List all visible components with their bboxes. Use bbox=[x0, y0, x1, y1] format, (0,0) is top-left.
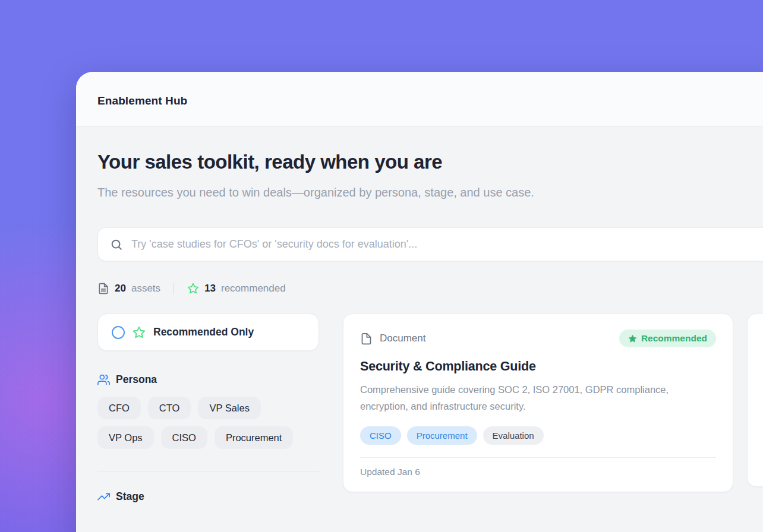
persona-chip-vp-ops[interactable]: VP Ops bbox=[97, 426, 154, 449]
enablement-hub-panel: Enablement Hub Your sales toolkit, ready… bbox=[76, 72, 763, 532]
card-footer: Updated Jan 6 bbox=[360, 457, 716, 492]
panel-header: Enablement Hub bbox=[76, 72, 763, 126]
trending-up-icon bbox=[97, 490, 110, 503]
search-icon bbox=[110, 238, 123, 251]
tag-procurement: Procurement bbox=[407, 426, 477, 445]
recommended-only-toggle[interactable]: Recommended Only bbox=[97, 314, 319, 351]
card-description: Comprehensive guide covering SOC 2, ISO … bbox=[360, 381, 716, 414]
stage-section-label: Stage bbox=[116, 490, 144, 503]
recommended-stat: 13 recommended bbox=[187, 283, 286, 294]
recommended-only-label: Recommended Only bbox=[153, 326, 254, 338]
star-icon bbox=[133, 326, 146, 339]
persona-chip-procurement[interactable]: Procurement bbox=[215, 426, 293, 449]
panel-body: Your sales toolkit, ready when you are T… bbox=[76, 126, 763, 503]
recommended-count: 13 bbox=[204, 283, 216, 294]
card-type: Document bbox=[360, 332, 425, 345]
persona-chip-cto[interactable]: CTO bbox=[148, 397, 191, 419]
persona-section-header: Persona bbox=[97, 373, 319, 386]
persona-chip-vp-sales[interactable]: VP Sales bbox=[198, 397, 261, 419]
recommended-label: recommended bbox=[221, 283, 286, 294]
asset-card-partial[interactable] bbox=[747, 314, 763, 487]
assets-count: 20 bbox=[115, 283, 126, 294]
card-type-label: Document bbox=[380, 332, 425, 344]
asset-card-security-compliance-guide[interactable]: Document Recommended Security & Complian… bbox=[343, 314, 733, 492]
app-title: Enablement Hub bbox=[97, 94, 763, 107]
tag-ciso: CISO bbox=[360, 426, 401, 445]
users-icon bbox=[97, 373, 110, 386]
persona-chips: CFO CTO VP Sales VP Ops CISO Procurement bbox=[97, 397, 319, 449]
page-title: Your sales toolkit, ready when you are bbox=[97, 150, 763, 174]
asset-cards-column: Document Recommended Security & Complian… bbox=[343, 314, 763, 492]
star-icon bbox=[187, 283, 199, 294]
search-bar[interactable] bbox=[97, 227, 763, 261]
card-updated: Updated Jan 6 bbox=[360, 467, 420, 477]
card-tags: CISO Procurement Evaluation bbox=[360, 426, 716, 445]
recommended-badge-label: Recommended bbox=[641, 333, 707, 344]
assets-label: assets bbox=[131, 283, 160, 294]
file-icon bbox=[360, 332, 373, 345]
stats-row: 20 assets 13 recommended bbox=[97, 283, 763, 294]
persona-section-label: Persona bbox=[116, 373, 157, 386]
page-background: { "colors": { "background_purple": "#727… bbox=[0, 0, 763, 532]
content-grid: Recommended Only Persona CFO bbox=[97, 314, 763, 503]
recommended-badge: Recommended bbox=[619, 330, 716, 347]
filters-sidebar: Recommended Only Persona CFO bbox=[97, 314, 319, 503]
tag-evaluation: Evaluation bbox=[483, 426, 544, 445]
radio-circle-icon[interactable] bbox=[112, 326, 125, 339]
file-text-icon bbox=[97, 283, 109, 294]
assets-stat: 20 assets bbox=[97, 283, 160, 294]
persona-chip-cfo[interactable]: CFO bbox=[97, 397, 141, 419]
card-top-row: Document Recommended bbox=[360, 330, 716, 347]
stats-divider bbox=[174, 283, 174, 294]
card-title: Security & Compliance Guide bbox=[360, 359, 716, 374]
persona-chip-ciso[interactable]: CISO bbox=[161, 426, 207, 449]
page-subtitle: The resources you need to win deals—orga… bbox=[97, 182, 585, 202]
sidebar-divider bbox=[97, 471, 319, 471]
star-filled-icon bbox=[628, 334, 637, 343]
stage-section-header: Stage bbox=[97, 490, 319, 503]
search-input[interactable] bbox=[131, 238, 763, 251]
